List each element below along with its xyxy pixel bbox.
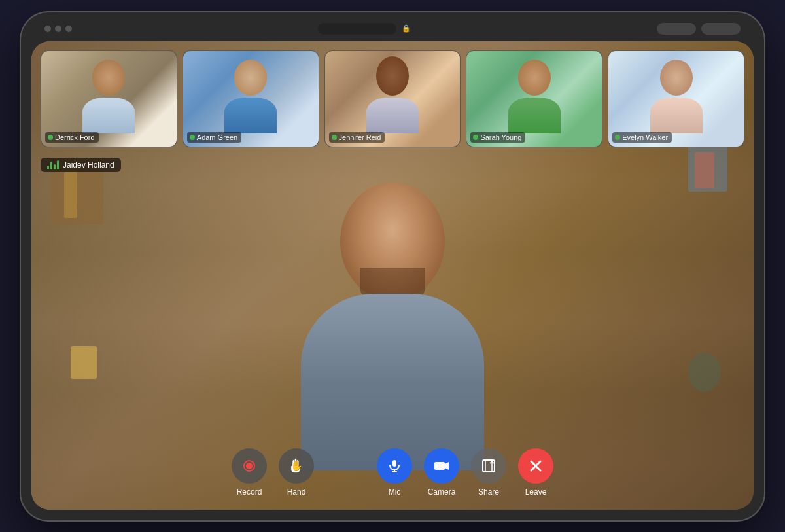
thumb-name-2: Adam Green [197, 133, 237, 141]
thumb-name-1: Derrick Ford [55, 133, 95, 141]
svg-point-1 [246, 463, 253, 469]
thumb-person-5 [650, 60, 703, 133]
audio-bar-4 [57, 160, 59, 169]
mic-btn-circle[interactable] [377, 448, 412, 484]
leave-label: Leave [525, 488, 547, 497]
controls-bar: Record ✋ Hand [31, 448, 754, 497]
hand-button[interactable]: ✋ Hand [279, 448, 314, 497]
mic-indicator-1 [48, 135, 53, 140]
thumbnail-evelyn-walker[interactable]: Evelyn Walker [608, 50, 744, 147]
mic-indicator-4 [473, 135, 478, 140]
share-btn-circle[interactable] [471, 448, 506, 484]
thumb-person-2 [224, 60, 277, 133]
audio-bars [47, 160, 59, 169]
thumbnail-adam-green[interactable]: Adam Green [183, 50, 319, 147]
mic-button[interactable]: Mic [377, 448, 412, 497]
dot-2 [55, 26, 61, 32]
thumb-name-3: Jennifer Reid [339, 133, 381, 141]
thumb-label-4: Sarah Young [470, 132, 525, 143]
audio-bar-2 [50, 162, 52, 169]
thumb-person-3 [366, 56, 419, 133]
thumb-label-5: Evelyn Walker [612, 132, 672, 143]
device-top-bar: 🔒 [31, 23, 754, 41]
shelf-item-4 [695, 152, 714, 188]
leave-btn-circle[interactable] [518, 448, 553, 484]
camera-icon [433, 458, 450, 474]
window-controls [44, 26, 72, 32]
camera-btn-circle[interactable] [424, 448, 459, 484]
thumb-label-3: Jennifer Reid [329, 132, 385, 143]
mic-indicator-2 [190, 135, 195, 140]
thumbnail-sarah-young[interactable]: Sarah Young [466, 50, 602, 147]
thumbnails-strip: Derrick Ford Adam Green [41, 50, 744, 147]
mic-indicator-5 [615, 135, 620, 140]
dot-1 [44, 26, 51, 32]
hand-label: Hand [287, 488, 306, 497]
hand-icon: ✋ [288, 457, 305, 474]
dot-3 [65, 26, 72, 32]
thumb-person-1 [82, 60, 135, 133]
top-right-controls [657, 23, 741, 35]
top-right-pill-2 [701, 23, 741, 35]
mic-indicator-3 [332, 135, 337, 140]
audio-bar-3 [54, 164, 56, 169]
speaker-name: Jaidev Holland [63, 160, 114, 169]
top-right-pill-1 [657, 23, 696, 35]
plant [688, 353, 721, 392]
audio-bar-1 [47, 166, 49, 169]
record-button[interactable]: Record [232, 448, 267, 497]
thumb-label-1: Derrick Ford [45, 132, 99, 143]
top-center-pill [318, 23, 396, 35]
leave-button[interactable]: Leave [518, 448, 553, 497]
leave-icon [529, 459, 543, 473]
thumbnail-jennifer-reid[interactable]: Jennifer Reid [324, 50, 461, 147]
thumb-label-2: Adam Green [187, 132, 241, 143]
speaker-badge: Jaidev Holland [41, 158, 121, 172]
mic-icon [387, 458, 402, 474]
main-video: Derrick Ford Adam Green [31, 41, 754, 510]
camera-button[interactable]: Camera [424, 448, 459, 497]
device-frame: 🔒 [20, 11, 765, 522]
svg-text:✋: ✋ [290, 459, 303, 472]
record-btn-circle[interactable] [232, 448, 267, 484]
shelf-item-2 [64, 172, 77, 218]
svg-marker-7 [445, 462, 449, 470]
thumb-name-4: Sarah Young [480, 133, 521, 141]
person-body [301, 294, 484, 470]
record-icon [241, 458, 257, 474]
svg-rect-6 [434, 462, 445, 470]
record-label: Record [237, 488, 262, 497]
shelf-item-5 [71, 346, 97, 379]
lock-icon: 🔒 [402, 24, 411, 33]
camera-label: Camera [428, 488, 456, 497]
thumb-name-5: Evelyn Walker [622, 133, 668, 141]
share-icon [481, 458, 497, 474]
share-button[interactable]: Share [471, 448, 506, 497]
thumbnail-derrick-ford[interactable]: Derrick Ford [41, 50, 177, 147]
share-label: Share [478, 488, 499, 497]
mic-label: Mic [389, 488, 401, 497]
person-container [281, 183, 504, 470]
hand-btn-circle[interactable]: ✋ [279, 448, 314, 484]
thumb-person-4 [508, 60, 561, 133]
device-screen: Derrick Ford Adam Green [31, 41, 754, 510]
svg-rect-3 [392, 460, 396, 467]
